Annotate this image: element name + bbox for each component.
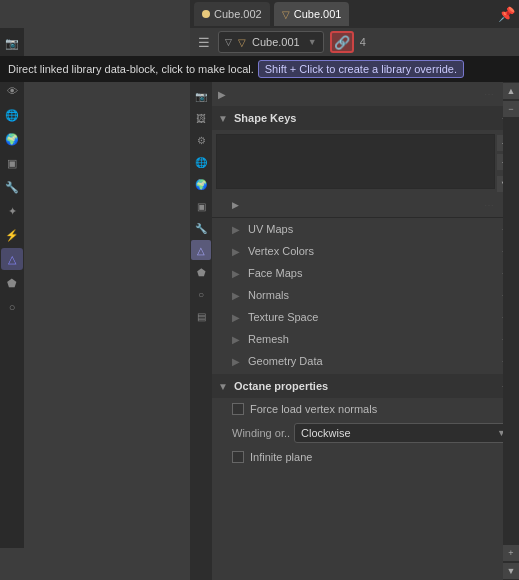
vertex-colors-label: Vertex Colors (248, 245, 314, 257)
particles-icon[interactable]: ✦ (1, 200, 23, 222)
props-render-icon[interactable]: 📷 (191, 86, 211, 106)
face-maps-arrow[interactable]: ▶ (232, 268, 244, 279)
props-view-icon[interactable]: ⚙ (191, 130, 211, 150)
geometry-data-label: Geometry Data (248, 355, 323, 367)
shape-keys-list-wrap: + − ▼ (216, 134, 495, 189)
scroll-up-btn[interactable]: ▲ (503, 83, 519, 99)
winding-dropdown[interactable]: Clockwise ▼ (294, 423, 513, 443)
props-world-icon[interactable]: 🌍 (191, 174, 211, 194)
props-settings-icon[interactable]: ☰ (194, 32, 214, 52)
sk-dots: ⋯ (484, 200, 497, 211)
props-data-icon[interactable]: ▤ (191, 306, 211, 326)
tooltip-bar: Direct linked library data-block, click … (0, 56, 519, 82)
render-icon[interactable]: 📷 (1, 32, 23, 54)
face-maps-label: Face Maps (248, 267, 302, 279)
shape-keys-arrow[interactable]: ▼ (218, 113, 230, 124)
constraints-icon[interactable]: △ (1, 248, 23, 270)
props-object-icon[interactable]: ▣ (191, 196, 211, 216)
props-bar: ☰ ▽ ▽ Cube.001 ▼ 🔗 4 (190, 28, 519, 56)
geometry-data-row[interactable]: ▶ Geometry Data ⋯ (212, 350, 519, 372)
props-scene-icon[interactable]: 🌐 (191, 152, 211, 172)
top-dots: ⋯ (484, 89, 497, 100)
force-load-row: Force load vertex normals (212, 398, 519, 420)
scroll-down-btn[interactable]: ▼ (503, 563, 519, 579)
props-modifier-icon[interactable]: 🔧 (191, 218, 211, 238)
link-button[interactable]: 🔗 (330, 31, 354, 53)
top-collapse[interactable]: ▶ (218, 89, 230, 100)
remesh-arrow[interactable]: ▶ (232, 334, 244, 345)
winding-label: Winding or.. (232, 427, 290, 439)
winding-value: Clockwise (301, 427, 351, 439)
remesh-row[interactable]: ▶ Remesh ⋯ (212, 328, 519, 350)
uv-maps-row[interactable]: ▶ UV Maps ⋯ (212, 218, 519, 240)
infinite-plane-label: Infinite plane (250, 451, 312, 463)
octane-props-header[interactable]: ▼ Octane properties ⋯ (212, 374, 519, 398)
scroll-plus-btn[interactable]: + (503, 545, 519, 561)
header-bar: Cube.002 ▽ Cube.001 📌 (190, 0, 519, 28)
tab-cube001-label: Cube.001 (294, 8, 342, 20)
object-dropdown[interactable]: ▽ ▽ Cube.001 ▼ (218, 31, 324, 53)
tooltip-text: Direct linked library data-block, click … (8, 63, 254, 75)
left-sidebar (0, 0, 190, 580)
modifier-icon[interactable]: 🔧 (1, 176, 23, 198)
scroll-minus-btn[interactable]: − (503, 101, 519, 117)
sk-left-arrow[interactable]: ▶ (232, 200, 239, 210)
props-icons-column: 📷 🖼 ⚙ 🌐 🌍 ▣ 🔧 △ ⬟ ○ ▤ (190, 82, 212, 580)
tab-cube002[interactable]: Cube.002 (194, 2, 270, 26)
vertex-colors-arrow[interactable]: ▶ (232, 246, 244, 257)
force-load-label: Force load vertex normals (250, 403, 377, 415)
scroll-controls: ▲ − + ▼ (503, 82, 519, 580)
geometry-data-arrow[interactable]: ▶ (232, 356, 244, 367)
tab-dot (202, 10, 210, 18)
texture-space-arrow[interactable]: ▶ (232, 312, 244, 323)
object-name: Cube.001 (252, 36, 300, 48)
shape-keys-header[interactable]: ▼ Shape Keys ⋯ (212, 106, 519, 130)
remesh-label: Remesh (248, 333, 289, 345)
data-icon[interactable]: ⬟ (1, 272, 23, 294)
normals-row[interactable]: ▶ Normals ⋯ (212, 284, 519, 306)
uv-maps-arrow[interactable]: ▶ (232, 224, 244, 235)
normals-arrow[interactable]: ▶ (232, 290, 244, 301)
physics-icon[interactable]: ⚡ (1, 224, 23, 246)
texture-space-label: Texture Space (248, 311, 318, 323)
shape-keys-list (216, 134, 495, 189)
force-load-checkbox[interactable] (232, 403, 244, 415)
props-constraints-icon[interactable]: ○ (191, 284, 211, 304)
infinite-plane-row: Infinite plane (212, 446, 519, 468)
world-icon[interactable]: 🌍 (1, 128, 23, 150)
face-maps-row[interactable]: ▶ Face Maps ⋯ (212, 262, 519, 284)
texture-space-row[interactable]: ▶ Texture Space ⋯ (212, 306, 519, 328)
shape-keys-bottom: ▶ ⋯ (212, 193, 519, 217)
tab-cube001[interactable]: ▽ Cube.001 (274, 2, 350, 26)
view-icon[interactable]: 👁 (1, 80, 23, 102)
material-icon[interactable]: ○ (1, 296, 23, 318)
vertex-colors-row[interactable]: ▶ Vertex Colors ⋯ (212, 240, 519, 262)
props-particles-icon[interactable]: △ (191, 240, 211, 260)
octane-props-label: Octane properties (234, 380, 328, 392)
sidebar-icons-column: 📷 🖼 👁 🌐 🌍 ▣ 🔧 ✦ ⚡ △ ⬟ ○ (0, 28, 24, 548)
props-physics-icon[interactable]: ⬟ (191, 262, 211, 282)
scene-icon[interactable]: 🌐 (1, 104, 23, 126)
shape-keys-label: Shape Keys (234, 112, 296, 124)
normals-label: Normals (248, 289, 289, 301)
link-icon: 🔗 (334, 35, 350, 50)
user-count: 4 (360, 36, 366, 48)
main-content: ▶ ⋯ ▼ Shape Keys ⋯ + − ▼ ▶ ⋯ ▶ UV Maps ⋯… (212, 82, 519, 580)
tab-cube002-label: Cube.002 (214, 8, 262, 20)
top-empty-row: ▶ ⋯ (212, 82, 519, 106)
octane-props-arrow[interactable]: ▼ (218, 381, 230, 392)
tooltip-highlight: Shift + Click to create a library overri… (258, 60, 464, 78)
pin-icon[interactable]: 📌 (498, 6, 515, 22)
winding-row: Winding or.. Clockwise ▼ (212, 420, 519, 446)
object-icon[interactable]: ▣ (1, 152, 23, 174)
props-output-icon[interactable]: 🖼 (191, 108, 211, 128)
infinite-plane-checkbox[interactable] (232, 451, 244, 463)
uv-maps-label: UV Maps (248, 223, 293, 235)
